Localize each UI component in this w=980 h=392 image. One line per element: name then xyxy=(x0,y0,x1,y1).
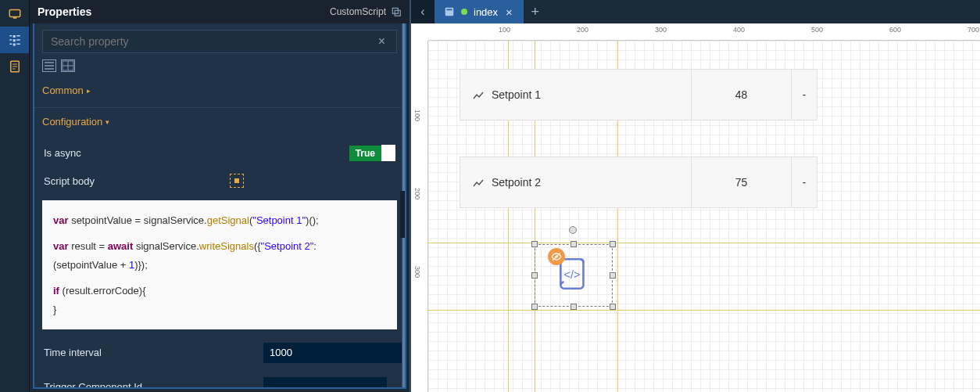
panel-scrollbar-thumb[interactable] xyxy=(400,191,405,238)
guide-horizontal[interactable] xyxy=(428,310,980,311)
prop-script-body: Script body xyxy=(34,167,405,194)
tab-index[interactable]: index × xyxy=(435,0,524,23)
left-icon-rail xyxy=(0,0,30,392)
design-surface[interactable]: Setpoint 1 48 - Setpoint 2 75 - xyxy=(428,41,980,392)
prop-trigger-component-id: Trigger Component Id xyxy=(34,370,405,389)
resize-handle-s[interactable] xyxy=(570,304,577,310)
prop-is-async: Is async True xyxy=(34,138,405,167)
prop-is-async-label: Is async xyxy=(44,147,222,159)
time-interval-input[interactable] xyxy=(263,342,406,364)
setpoint-widget-2[interactable]: Setpoint 2 75 - xyxy=(460,156,817,208)
script-body-indicator-icon[interactable] xyxy=(230,174,244,188)
search-input[interactable] xyxy=(51,35,375,48)
setpoint-value-cell: 48 xyxy=(692,70,792,120)
chart-icon xyxy=(473,90,485,99)
ruler-vertical: 100 200 300 xyxy=(411,41,428,392)
properties-panel: Properties CustomScript × Common ▸ Confi… xyxy=(30,0,411,392)
svg-text:</>: </> xyxy=(563,268,580,281)
svg-rect-7 xyxy=(447,9,452,11)
panel-body: × Common ▸ Configuration ▾ Is async True xyxy=(33,23,406,389)
panel-header-context: CustomScript xyxy=(330,6,402,17)
tab-close-icon[interactable]: × xyxy=(504,5,514,19)
view-grid-icon[interactable] xyxy=(61,59,75,72)
visibility-badge-icon xyxy=(548,248,565,265)
tabs-bar: ‹ index × + xyxy=(411,0,980,23)
prop-trigger-component-label: Trigger Component Id xyxy=(44,381,255,389)
is-async-toggle[interactable]: True xyxy=(349,145,395,161)
search-box: × xyxy=(42,30,397,53)
copy-icon[interactable] xyxy=(391,6,402,17)
setpoint-value-cell: 75 xyxy=(692,157,792,207)
prop-time-interval: Time interval xyxy=(34,336,405,370)
setpoint-label-cell: Setpoint 2 xyxy=(460,157,692,207)
svg-rect-1 xyxy=(13,17,16,19)
sidebar-icon-document[interactable] xyxy=(0,53,29,80)
setpoint-label-cell: Setpoint 1 xyxy=(460,70,692,120)
setpoint-action-cell[interactable]: - xyxy=(792,157,817,207)
resize-handle-ne[interactable] xyxy=(610,241,616,247)
resize-handle-n[interactable] xyxy=(570,241,577,247)
document-icon xyxy=(444,6,455,17)
section-common[interactable]: Common ▸ xyxy=(34,77,405,107)
view-list-icon[interactable] xyxy=(42,59,56,72)
rotate-handle[interactable] xyxy=(569,226,577,234)
panel-title: Properties xyxy=(38,5,91,18)
trigger-component-input[interactable] xyxy=(263,376,388,389)
tab-label: index xyxy=(474,6,498,18)
guide-horizontal[interactable] xyxy=(428,243,980,243)
chart-icon xyxy=(473,178,485,187)
sidebar-icon-properties[interactable] xyxy=(0,27,29,53)
search-clear-icon[interactable]: × xyxy=(375,34,388,49)
resize-handle-e[interactable] xyxy=(610,272,616,279)
resize-handle-nw[interactable] xyxy=(531,241,538,247)
resize-handle-w[interactable] xyxy=(531,272,538,279)
prop-time-interval-label: Time interval xyxy=(44,347,255,358)
tab-add-button[interactable]: + xyxy=(524,0,547,23)
status-dot-icon xyxy=(461,9,467,15)
ruler-horizontal: 100 200 300 400 500 600 700 xyxy=(428,23,980,41)
section-configuration[interactable]: Configuration ▾ xyxy=(34,107,405,138)
svg-rect-6 xyxy=(445,8,454,16)
chevron-down-icon: ▾ xyxy=(106,118,109,126)
design-wrap: 100 200 300 Setpoint 1 48 - xyxy=(411,41,980,392)
view-mode-icons xyxy=(34,59,405,77)
chevron-right-icon: ▸ xyxy=(87,87,91,95)
code-editor[interactable]: var setpointValue = signalService.getSig… xyxy=(42,200,397,329)
setpoint-action-cell[interactable]: - xyxy=(792,70,817,120)
resize-handle-se[interactable] xyxy=(610,304,616,310)
canvas-area: ‹ index × + 100 200 300 400 500 600 700 … xyxy=(411,0,980,392)
prop-script-body-label: Script body xyxy=(44,175,222,187)
resize-handle-sw[interactable] xyxy=(531,304,538,310)
svg-rect-0 xyxy=(9,10,20,17)
selected-component[interactable]: </> xyxy=(535,244,613,307)
setpoint-widget-1[interactable]: Setpoint 1 48 - xyxy=(460,69,817,120)
tab-prev-button[interactable]: ‹ xyxy=(411,0,435,23)
panel-header: Properties CustomScript xyxy=(30,0,410,23)
sidebar-icon-designer[interactable] xyxy=(0,0,29,27)
